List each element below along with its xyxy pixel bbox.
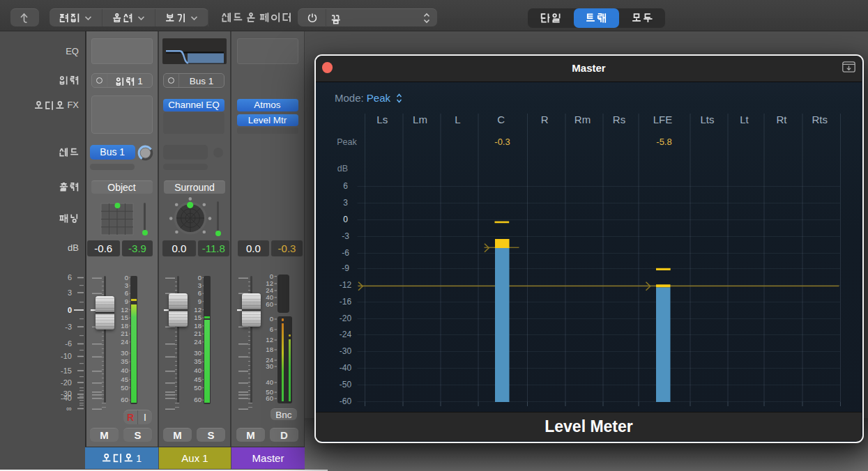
svg-text:3: 3 — [343, 198, 348, 208]
svg-text:15: 15 — [121, 314, 128, 321]
svg-text:12: 12 — [266, 336, 273, 343]
svg-text:dB: dB — [337, 164, 348, 173]
svg-text:40: 40 — [266, 378, 273, 386]
svg-text:18: 18 — [121, 322, 128, 330]
svg-text:18: 18 — [194, 322, 201, 330]
svg-text:∞: ∞ — [66, 404, 72, 412]
svg-text:-40: -40 — [61, 394, 72, 402]
svg-text:Rm: Rm — [574, 114, 591, 125]
svg-text:18: 18 — [266, 346, 273, 353]
svg-text:35: 35 — [121, 357, 128, 365]
svg-text:-20: -20 — [61, 378, 72, 387]
svg-text:-60: -60 — [340, 396, 352, 406]
svg-text:Lm: Lm — [413, 114, 427, 125]
svg-text:-6: -6 — [65, 339, 72, 348]
svg-text:6: 6 — [197, 289, 201, 297]
svg-text:-0.3: -0.3 — [494, 137, 510, 147]
svg-text:60: 60 — [266, 300, 273, 308]
svg-text:40: 40 — [194, 366, 201, 374]
svg-text:Peak: Peak — [337, 137, 357, 147]
svg-text:15: 15 — [194, 314, 201, 321]
svg-text:24: 24 — [194, 338, 201, 346]
svg-text:Ls: Ls — [376, 114, 388, 125]
svg-text:-10: -10 — [61, 352, 72, 360]
svg-text:L: L — [455, 114, 460, 125]
svg-text:24: 24 — [121, 338, 128, 346]
svg-text:60: 60 — [121, 396, 128, 403]
svg-text:60: 60 — [194, 396, 201, 403]
svg-text:6: 6 — [68, 273, 72, 281]
svg-text:3: 3 — [68, 288, 72, 297]
svg-text:60: 60 — [266, 394, 273, 402]
svg-text:3: 3 — [197, 281, 201, 289]
svg-text:Rs: Rs — [613, 114, 625, 125]
svg-text:Rts: Rts — [812, 114, 828, 125]
svg-text:R: R — [541, 114, 549, 125]
svg-text:50: 50 — [121, 384, 128, 392]
svg-text:0: 0 — [270, 315, 273, 323]
svg-text:45: 45 — [121, 376, 128, 383]
svg-text:50: 50 — [194, 384, 201, 392]
svg-text:-12: -12 — [340, 280, 352, 290]
svg-text:-40: -40 — [340, 363, 352, 373]
svg-text:30: 30 — [266, 362, 273, 370]
svg-text:21: 21 — [121, 330, 128, 337]
svg-text:-20: -20 — [340, 314, 352, 323]
svg-text:0: 0 — [68, 306, 72, 314]
svg-text:C: C — [497, 114, 505, 125]
svg-text:12: 12 — [194, 306, 201, 314]
svg-text:-5.8: -5.8 — [656, 137, 671, 147]
svg-text:9: 9 — [197, 298, 201, 305]
svg-text:LFE: LFE — [653, 114, 673, 125]
svg-text:-24: -24 — [340, 330, 352, 339]
svg-text:-6: -6 — [342, 248, 349, 258]
svg-text:0: 0 — [343, 215, 348, 224]
svg-text:0: 0 — [197, 274, 201, 281]
svg-text:0: 0 — [124, 274, 128, 281]
svg-text:-3: -3 — [65, 323, 72, 331]
svg-text:-9: -9 — [342, 263, 349, 273]
svg-text:9: 9 — [124, 298, 128, 305]
svg-text:-15: -15 — [61, 366, 72, 375]
svg-text:-16: -16 — [340, 297, 352, 307]
svg-text:6: 6 — [124, 289, 128, 297]
svg-text:-3: -3 — [342, 231, 349, 241]
svg-text:45: 45 — [194, 376, 201, 383]
svg-text:40: 40 — [121, 366, 128, 374]
svg-text:30: 30 — [194, 349, 201, 357]
svg-text:6: 6 — [270, 325, 273, 333]
svg-text:Lt: Lt — [740, 114, 749, 125]
svg-text:12: 12 — [121, 306, 128, 314]
svg-text:30: 30 — [121, 349, 128, 357]
svg-text:-30: -30 — [340, 346, 352, 356]
svg-text:6: 6 — [343, 181, 348, 191]
svg-text:Rt: Rt — [777, 114, 788, 125]
svg-text:3: 3 — [124, 281, 128, 289]
svg-text:21: 21 — [194, 330, 201, 337]
svg-text:-50: -50 — [340, 380, 352, 389]
svg-text:35: 35 — [194, 357, 201, 365]
svg-text:Lts: Lts — [700, 114, 714, 125]
